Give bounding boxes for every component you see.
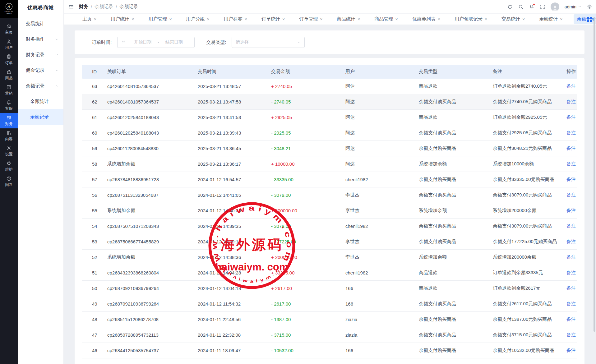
remark-action-link[interactable]: 备注	[566, 270, 576, 275]
date-range-input[interactable]: 开始日期 - 结束日期	[117, 37, 195, 48]
cell-id: 54	[92, 223, 107, 229]
remark-action-link[interactable]: 备注	[566, 83, 576, 89]
tab-label: 订单统计	[261, 16, 280, 22]
search-icon[interactable]	[518, 4, 524, 10]
cell-time: 2025-03-21 13:48:57	[198, 84, 271, 89]
sidebar-item-transaction-stats[interactable]: 交易统计	[18, 16, 63, 31]
user-menu[interactable]: admin	[565, 4, 581, 9]
rail-item-support[interactable]: 客服	[0, 98, 18, 113]
tab[interactable]: 商品统计 ×	[334, 14, 363, 24]
tab-close-icon[interactable]: ×	[282, 17, 285, 21]
chevron-down-icon	[55, 38, 58, 41]
tab-label: 用户领取记录	[455, 16, 483, 22]
app-title: 优惠卷商城	[18, 0, 63, 16]
cell-type: 余额支付购买商品	[419, 177, 493, 182]
table-row: 61 cp426012025840188043 2025-03-21 13:41…	[82, 110, 577, 125]
remark-action-link[interactable]: 备注	[566, 301, 576, 306]
breadcrumb-root[interactable]: 财务	[79, 4, 88, 10]
remark-action-link[interactable]: 备注	[566, 254, 576, 260]
tab[interactable]: 优惠券列表 ×	[409, 14, 443, 24]
remark-action-link[interactable]: 备注	[566, 99, 576, 104]
cell-remark: 余额支付3079.00元购买商品	[493, 192, 566, 198]
sidebar-item-balance-records[interactable]: 余额记录	[18, 78, 63, 94]
breadcrumb-middle[interactable]: 余额记录	[95, 4, 113, 10]
cell-id: 63	[92, 84, 107, 89]
tab-close-icon[interactable]: ×	[485, 17, 487, 21]
cell-remark: 余额支付33335.00元购买商品	[493, 177, 566, 182]
cell-user: 166	[345, 286, 419, 291]
tab[interactable]: 用户管理 ×	[145, 14, 175, 24]
table-row: 59 cp426011280084548830 2025-03-21 13:36…	[82, 141, 577, 156]
remark-action-link[interactable]: 备注	[566, 145, 576, 151]
remark-action-link[interactable]: 备注	[566, 130, 576, 135]
remark-action-link[interactable]: 备注	[566, 192, 576, 197]
tab-close-icon[interactable]: ×	[94, 17, 96, 21]
settings-gear-icon[interactable]	[587, 4, 592, 10]
table-row: 60 cp426012025840188043 2025-03-21 13:39…	[82, 125, 577, 141]
tab-close-icon[interactable]: ×	[522, 17, 525, 21]
tab[interactable]: 订单管理 ×	[296, 14, 326, 24]
cell-user: 李世杰	[345, 192, 419, 198]
rail-item-finance[interactable]: 财务	[0, 113, 18, 128]
remark-action-link[interactable]: 备注	[566, 239, 576, 244]
tab[interactable]: 交易统计 ×	[498, 14, 528, 24]
tab[interactable]: 用户标签 ×	[221, 14, 250, 24]
refresh-icon[interactable]	[507, 4, 513, 10]
rail-item-content[interactable]: 内容	[0, 128, 18, 144]
sidebar-subitem-balance-stats[interactable]: 余额统计	[18, 94, 63, 109]
transaction-type-select[interactable]: 请选择	[232, 37, 305, 48]
tab-close-icon[interactable]: ×	[358, 17, 360, 21]
remark-action-link[interactable]: 备注	[566, 114, 576, 120]
sidebar-subitem-balance-records[interactable]: 余额记录	[18, 109, 63, 125]
tab[interactable]: 商品管理 ×	[372, 14, 401, 24]
tab-close-icon[interactable]: ×	[395, 17, 398, 21]
tab-close-icon[interactable]: ×	[438, 17, 440, 21]
rail-item-settings[interactable]: 设置	[0, 144, 18, 159]
tab-close-icon[interactable]: ×	[132, 17, 134, 21]
tab[interactable]: 主页 ×	[79, 14, 99, 24]
content-icon	[6, 130, 12, 136]
rail-item-users[interactable]: 用户	[0, 37, 18, 52]
tab[interactable]: 用户统计 ×	[108, 14, 137, 24]
tab-close-icon[interactable]: ×	[245, 17, 247, 21]
remark-action-link[interactable]: 备注	[566, 208, 576, 213]
remark-action-link[interactable]: 备注	[566, 161, 576, 166]
tab-close-icon[interactable]: ×	[169, 17, 172, 21]
cell-time: 2025-03-21 13:41:53	[198, 115, 271, 120]
tab-close-icon[interactable]: ×	[207, 17, 210, 21]
sidebar-item-finance-ops[interactable]: 财务操作	[18, 31, 63, 47]
user-icon	[6, 39, 12, 44]
sidebar-item-commission-records[interactable]: 佣金记录	[18, 62, 63, 78]
remark-action-link[interactable]: 备注	[566, 348, 576, 353]
tab[interactable]: 用户领取记录 ×	[451, 14, 490, 24]
remark-action-link[interactable]: 备注	[566, 332, 576, 337]
menu-fold-icon[interactable]	[68, 4, 74, 10]
rail-item-home[interactable]: 主页	[0, 22, 18, 37]
fullscreen-icon[interactable]	[540, 4, 545, 10]
rail-item-survey[interactable]: 问卷	[0, 174, 18, 189]
tab[interactable]: 用户分组 ×	[183, 14, 213, 24]
rail-item-label: 财务	[5, 121, 13, 127]
cell-id: 55	[92, 208, 107, 213]
notification-bell-icon[interactable]	[529, 4, 534, 10]
tab[interactable]: 订单统计 ×	[258, 14, 288, 24]
remark-action-link[interactable]: 备注	[566, 177, 576, 182]
rail-item-orders[interactable]: 订单	[0, 52, 18, 67]
rail-item-marketing[interactable]: 营销	[0, 83, 18, 98]
tab-close-icon[interactable]: ×	[320, 17, 322, 21]
cell-time: 2024-01-12 14:39:15	[198, 239, 271, 244]
remark-action-link[interactable]: 备注	[566, 285, 576, 291]
sidebar-item-finance-records[interactable]: 财务记录	[18, 47, 63, 62]
cell-user: 阿达	[345, 145, 419, 151]
cell-type: 系统增加余额	[419, 208, 493, 214]
tab-close-icon[interactable]: ×	[560, 17, 562, 21]
avatar[interactable]	[551, 2, 559, 11]
page-scrollbar-thumb[interactable]	[594, 17, 595, 332]
tab-grid-icon[interactable]	[587, 17, 592, 22]
rail-item-goods[interactable]: 商品	[0, 67, 18, 83]
remark-action-link[interactable]: 备注	[566, 316, 576, 322]
tab[interactable]: 余额统计 ×	[536, 14, 566, 24]
tab-label: 余额统计	[539, 16, 558, 22]
remark-action-link[interactable]: 备注	[566, 223, 576, 228]
rail-item-maintenance[interactable]: 维护	[0, 159, 18, 174]
